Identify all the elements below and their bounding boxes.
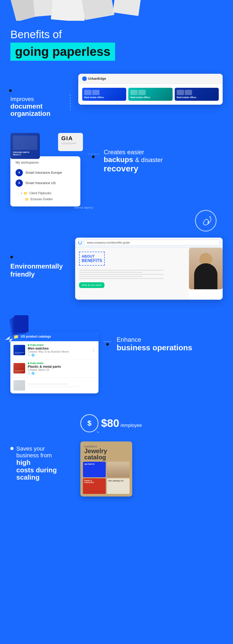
workspace-item-2[interactable]: A Smart Insurance US	[16, 178, 75, 188]
item-icons-1: 👁 🌐	[28, 354, 89, 357]
recovery-label: recovery	[104, 164, 223, 173]
enhance-label: Enhance	[117, 336, 223, 343]
browser-bar: UrbanEdge	[78, 74, 223, 84]
workspace-avatar-1: A	[16, 169, 23, 176]
doc-org-text: Improves document organization	[10, 74, 62, 117]
brand-logo: UrbanEdge	[82, 76, 106, 81]
item-thumb-2	[13, 363, 25, 373]
status-text-1: PUBLISHED	[30, 344, 44, 346]
env-browser-bar: www.company.com/benefits-guide	[75, 238, 223, 248]
env-browser-window: www.company.com/benefits-guide ABOUT BEN…	[75, 238, 223, 300]
benefit-line	[79, 278, 164, 279]
person-image	[189, 248, 223, 289]
benefits-doc: ABOUT BENEFITS What do you need?	[75, 248, 189, 300]
globe-icon: 🌐	[31, 354, 34, 357]
price-badge: $ ↘ $80 /employee	[80, 414, 223, 432]
price-text: $80 /employee	[101, 418, 142, 429]
price-amount: $80	[101, 417, 119, 429]
bullet-dot	[10, 447, 13, 450]
hero-section: Benefits of going paperless	[10, 29, 223, 74]
item-status-2: PUBLISHED	[28, 362, 95, 365]
benefit-line	[79, 274, 164, 275]
improves-label: Improves	[10, 96, 62, 103]
dollar-circle: $ ↘	[80, 414, 98, 432]
workspace-popup: My workspaces A Smart Insurance Europe A…	[10, 156, 80, 206]
backup-text: Creates easier backups & disaster recove…	[104, 133, 223, 173]
hero-highlight: going paperless	[10, 43, 115, 61]
jewelry-catalog: CONTENTS Jewelrycatalog JM PARTS Plastic…	[80, 441, 132, 497]
section4-connector	[104, 315, 111, 346]
stacked-cards-bg	[10, 315, 98, 331]
gia-card: GIA	[58, 133, 83, 151]
backups-word: backups	[104, 156, 133, 164]
workspace-name-1: Smart Insurance Europe	[25, 171, 62, 175]
paper-decoration	[113, 0, 141, 16]
doc-org-visual: UrbanEdge Real estate offers.	[78, 74, 223, 105]
item-icons-2: 👁 🌐	[28, 372, 95, 375]
about-text: ABOUT	[82, 254, 102, 258]
item-date-1: Created: May 16 by Brandon Moore	[28, 350, 89, 353]
status-text-2: PUBLISHED	[30, 362, 44, 365]
pointer-decoration	[5, 336, 13, 345]
svg-marker-1	[5, 336, 13, 343]
workspace-avatar-2: A	[16, 179, 23, 187]
item-name-2: Plastic & metal parts	[28, 365, 95, 368]
pointer-icon	[5, 336, 13, 344]
recycle-icon-area	[194, 209, 217, 233]
section2-connector	[88, 133, 98, 158]
env-content: ABOUT BENEFITS What do you need?	[75, 248, 223, 300]
doc-org-bold: document organization	[10, 103, 62, 117]
jg-item-light: The Jewelry Co.	[107, 478, 130, 494]
saves-text: Saves your	[16, 445, 75, 452]
costs-visual: $ ↘ $80 /employee CONTENTS Jewelrycatalo…	[80, 414, 223, 497]
item-date-2: Created: March 20	[28, 368, 95, 371]
metal-info: Plastic &metal parts	[83, 478, 106, 485]
high-text: high	[16, 459, 31, 466]
benefit-line	[79, 272, 143, 273]
agency-label: Derrico agency	[74, 206, 93, 209]
section-document-org: Improves document organization UrbanEdge	[10, 74, 223, 117]
flipbook-grid: Real estate offers. Real estate offers.	[82, 88, 219, 101]
env-label: Environmentally friendly	[10, 262, 67, 278]
folder-item-1[interactable]: ▾ 📁 Client Flipbooks	[21, 190, 75, 196]
catalog-item-2[interactable]: PUBLISHED Plastic & metal parts Created:…	[10, 359, 98, 378]
item-info-1: PUBLISHED Men watches Created: May 16 by…	[28, 344, 89, 357]
env-visual: www.company.com/benefits-guide ABOUT BEN…	[75, 225, 223, 300]
person-body	[194, 263, 217, 289]
catalog-item-1[interactable]: PUBLISHED Men watches Created: May 16 by…	[10, 341, 98, 359]
item-info-2: PUBLISHED Plastic & metal parts Created:…	[28, 362, 95, 375]
eye-icon: 👁	[28, 354, 30, 357]
item-thumb-3	[13, 380, 25, 391]
recycle-icon	[194, 209, 217, 232]
ops-text: Enhance business operations	[117, 315, 223, 352]
item-name-1: Men watches	[28, 346, 89, 350]
brand-name: UrbanEdge	[88, 77, 106, 81]
jewelry-grid: JM PARTS Plastic &metal parts The Jewelr…	[80, 462, 132, 497]
browser-window: UrbanEdge Real estate offers.	[78, 74, 223, 105]
loading-icon	[78, 241, 82, 244]
decorative-papers	[0, 0, 233, 21]
logo-icon	[82, 76, 87, 81]
paper-decoration	[81, 0, 115, 20]
env-text: Environmentally friendly	[10, 225, 67, 278]
url-bar[interactable]: www.company.com/benefits-guide	[84, 240, 220, 245]
item-thumb-1	[13, 345, 25, 355]
jg-item-woman	[107, 462, 130, 477]
backup-bold: backups & disaster	[104, 156, 223, 164]
workspace-item-1[interactable]: A Smart Insurance Europe	[16, 167, 75, 178]
folder-item-2[interactable]: 📁 Ensurax Guides	[25, 196, 75, 202]
catalog-title: US product catalogs	[21, 335, 51, 338]
section-ops: 📁 US product catalogs PUBLISHED	[10, 315, 223, 393]
costs-text: Saves your business from high costs duri…	[10, 414, 75, 482]
section-env: Environmentally friendly www.company.com…	[10, 225, 223, 300]
price-per: /employee	[121, 423, 142, 428]
status-dot-2	[28, 363, 29, 364]
item-more-1[interactable]: ⋮	[91, 348, 95, 353]
hero-title-line1: Benefits of	[10, 29, 223, 41]
catalog-item-3	[10, 378, 98, 393]
ops-visual: 📁 US product catalogs PUBLISHED	[10, 315, 98, 393]
jg-item-metal: Plastic &metal parts	[83, 478, 106, 494]
metal-title-small: Plastic &metal parts	[84, 480, 104, 483]
item-info-3	[28, 383, 95, 387]
business-text: business from	[16, 452, 75, 459]
